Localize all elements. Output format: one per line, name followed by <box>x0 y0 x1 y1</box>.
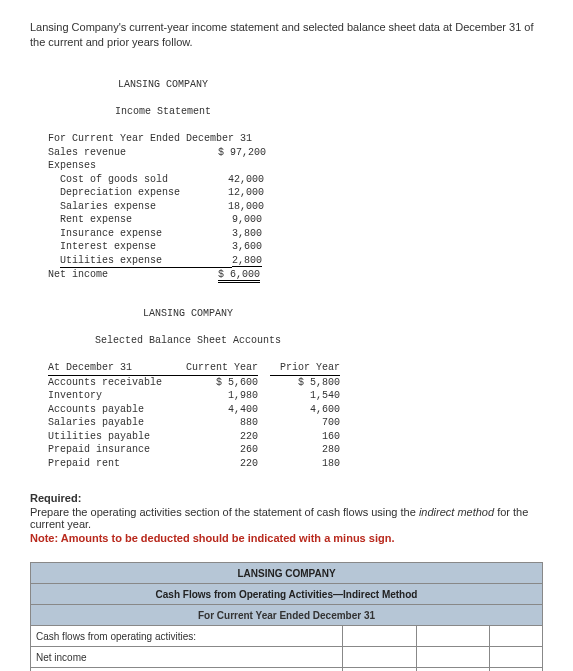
table-row: Net income <box>31 647 543 668</box>
is-int-val: 3,600 <box>232 241 262 252</box>
bs-pins-l: Prepaid insurance <box>48 443 178 457</box>
bs-ar-p: $ 5,800 <box>270 376 340 390</box>
is-cogs-label: Cost of goods sold <box>60 173 228 187</box>
balance-sheet-block: LANSING COMPANY Selected Balance Sheet A… <box>48 294 543 471</box>
intro-text: Lansing Company's current-year income st… <box>30 20 543 51</box>
bs-inv-l: Inventory <box>48 389 178 403</box>
is-util-label: Utilities expense <box>60 254 232 269</box>
is-cogs-val: 42,000 <box>228 174 264 185</box>
is-rent-val: 9,000 <box>232 214 262 225</box>
row-cf-activities[interactable]: Cash flows from operating activities: <box>31 626 343 647</box>
deduct-note: Note: Amounts to be deducted should be i… <box>30 532 543 544</box>
bs-sp-l: Salaries payable <box>48 416 178 430</box>
bs-up-p: 160 <box>270 430 340 444</box>
income-statement-block: LANSING COMPANY Income Statement For Cur… <box>48 65 543 282</box>
bs-ar-l: Accounts receivable <box>48 376 178 390</box>
bs-ar-c: $ 5,600 <box>178 376 258 390</box>
bs-pins-p: 280 <box>270 443 340 457</box>
is-ni-val: $ 6,000 <box>218 269 260 283</box>
is-ins-val: 3,800 <box>232 228 262 239</box>
row-net-income[interactable]: Net income <box>31 647 343 668</box>
bs-sp-c: 880 <box>178 416 258 430</box>
is-rent-label: Rent expense <box>60 213 232 227</box>
is-exp-header: Expenses <box>48 160 96 171</box>
cashflow-worksheet: LANSING COMPANY Cash Flows from Operatin… <box>30 562 543 671</box>
bs-prent-p: 180 <box>270 457 340 471</box>
ws-company: LANSING COMPANY <box>31 563 543 584</box>
is-sales-label: Sales revenue <box>48 146 218 160</box>
bs-up-c: 220 <box>178 430 258 444</box>
is-int-label: Interest expense <box>60 240 232 254</box>
is-util-val: 2,800 <box>232 255 262 267</box>
bs-ap-p: 4,600 <box>270 403 340 417</box>
bs-prent-c: 220 <box>178 457 258 471</box>
is-company: LANSING COMPANY <box>48 78 278 92</box>
required-text: Prepare the operating activities section… <box>30 506 543 530</box>
bs-inv-p: 1,540 <box>270 389 340 403</box>
bs-pins-c: 260 <box>178 443 258 457</box>
bs-ap-l: Accounts payable <box>48 403 178 417</box>
ws-title: Cash Flows from Operating Activities—Ind… <box>31 584 543 605</box>
is-ni-label: Net income <box>48 268 218 282</box>
bs-hdr-row: At December 31 <box>48 361 178 376</box>
is-title: Income Statement <box>48 105 278 119</box>
is-sales-val: $ 97,200 <box>218 147 266 158</box>
is-dep-label: Depreciation expense <box>60 186 228 200</box>
bs-prent-l: Prepaid rent <box>48 457 178 471</box>
required-header: Required: <box>30 492 543 504</box>
is-sal-val: 18,000 <box>228 201 264 212</box>
bs-company: LANSING COMPANY <box>48 307 328 321</box>
bs-ap-c: 4,400 <box>178 403 258 417</box>
is-sal-label: Salaries expense <box>60 200 228 214</box>
bs-sp-p: 700 <box>270 416 340 430</box>
bs-col-pri: Prior Year <box>270 361 340 376</box>
is-ins-label: Insurance expense <box>60 227 232 241</box>
bs-title: Selected Balance Sheet Accounts <box>48 334 328 348</box>
is-dep-val: 12,000 <box>228 187 264 198</box>
is-period: For Current Year Ended December 31 <box>48 133 252 144</box>
bs-up-l: Utilities payable <box>48 430 178 444</box>
ws-period: For Current Year Ended December 31 <box>31 605 543 626</box>
table-row: Cash flows from operating activities: <box>31 626 543 647</box>
bs-inv-c: 1,980 <box>178 389 258 403</box>
bs-col-cur: Current Year <box>178 361 258 376</box>
